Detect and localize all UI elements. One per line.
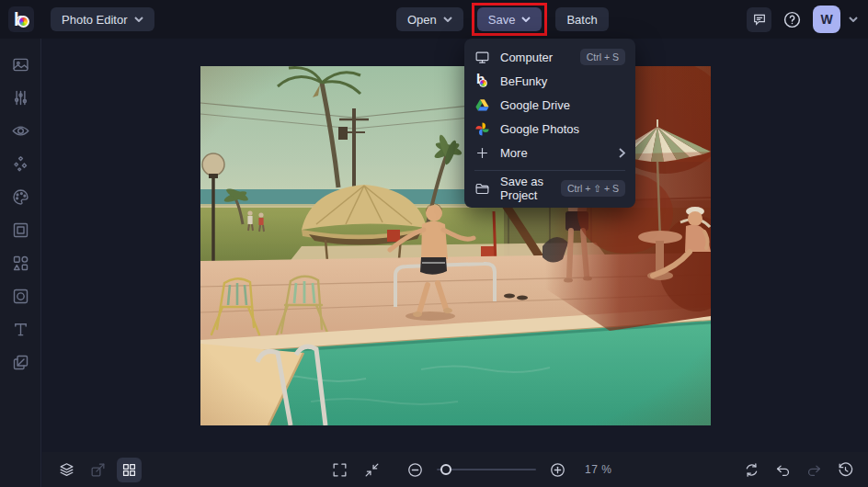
layers-duo-icon: [11, 353, 30, 372]
minus-circle-icon: [406, 461, 424, 479]
menu-item-save-as-project[interactable]: Save as Project Ctrl + ⇧ + S: [464, 176, 635, 200]
menu-item-label: Google Photos: [500, 122, 579, 136]
artsy-tool-button[interactable]: [0, 180, 41, 213]
menu-divider: [474, 170, 625, 171]
image-manager-button[interactable]: [117, 458, 142, 482]
sparkles-icon: [11, 154, 30, 174]
fit-screen-button[interactable]: [360, 458, 384, 482]
folder-icon: [474, 181, 490, 197]
account-chevron-down-icon[interactable]: [849, 17, 858, 22]
befunky-logo[interactable]: b: [8, 6, 34, 32]
history-button[interactable]: [833, 458, 858, 482]
sync-icon: [743, 461, 760, 479]
menu-item-label: BeFunky: [500, 74, 547, 88]
save-dropdown-menu: Computer Ctrl + S b BeFunky Google Drive…: [464, 39, 635, 208]
comment-icon: [752, 12, 767, 27]
zoom-slider[interactable]: [437, 464, 536, 475]
menu-item-label: More: [500, 146, 528, 160]
chevron-down-icon: [521, 17, 531, 22]
zoom-slider-track[interactable]: [437, 469, 536, 470]
plus-icon: [474, 145, 490, 161]
layers-stack-icon: [58, 461, 75, 479]
zoom-out-button[interactable]: [403, 458, 428, 482]
app-mode-label: Photo Editor: [62, 13, 128, 27]
menu-item-befunky[interactable]: b BeFunky: [464, 69, 635, 93]
layers-button[interactable]: [54, 458, 79, 482]
avatar-initial: W: [820, 12, 832, 27]
fullscreen-icon: [331, 461, 348, 479]
menu-item-label: Google Drive: [500, 98, 570, 112]
text-tool-button[interactable]: [0, 312, 41, 345]
statusbar: 17 %: [42, 452, 868, 487]
app-mode-menu[interactable]: Photo Editor: [51, 7, 154, 31]
menu-item-label: Save as Project: [500, 175, 551, 202]
zoom-in-button[interactable]: [545, 458, 570, 482]
help-button[interactable]: [780, 7, 805, 32]
zoom-slider-handle[interactable]: [440, 464, 451, 475]
frame-icon: [11, 221, 30, 240]
tools-sidebar: [0, 39, 41, 487]
question-icon: [782, 10, 802, 29]
adjust-tool-button[interactable]: [0, 81, 41, 114]
batch-button[interactable]: Batch: [555, 7, 608, 31]
effects-tool-button[interactable]: [0, 147, 41, 180]
undo-icon: [774, 461, 792, 479]
graphics-tool-button[interactable]: [0, 246, 41, 279]
topbar-right: W: [747, 6, 858, 33]
menu-item-computer[interactable]: Computer Ctrl + S: [464, 45, 635, 69]
batch-label: Batch: [566, 13, 597, 27]
menu-item-google-drive[interactable]: Google Drive: [464, 93, 635, 117]
color-wheel-icon: [17, 16, 29, 28]
touchup-tool-button[interactable]: [0, 114, 41, 147]
overlay-icon: [11, 287, 30, 306]
resize-icon: [89, 461, 107, 479]
frames-tool-button[interactable]: [0, 213, 41, 246]
zoom-percentage: 17 %: [585, 463, 611, 476]
user-avatar[interactable]: W: [813, 6, 840, 33]
chevron-down-icon: [134, 17, 143, 22]
reset-button[interactable]: [739, 458, 764, 482]
shortcut-badge: Ctrl + S: [580, 49, 625, 65]
menu-item-google-photos[interactable]: Google Photos: [464, 117, 635, 141]
menu-item-more[interactable]: More: [464, 141, 635, 164]
open-button[interactable]: Open: [396, 7, 463, 31]
textures-tool-button[interactable]: [0, 345, 41, 379]
undo-button[interactable]: [771, 458, 795, 482]
chevron-right-icon: [619, 148, 625, 158]
sliders-icon: [11, 88, 30, 108]
chevron-down-icon: [443, 17, 452, 22]
topbar: b Photo Editor Open Save Batch: [0, 0, 868, 39]
text-icon: [11, 320, 30, 339]
befunky-icon: b: [474, 74, 490, 89]
history-clock-icon: [837, 461, 854, 479]
save-button[interactable]: Save: [477, 7, 542, 31]
open-label: Open: [407, 13, 437, 27]
fit-screen-icon: [363, 461, 381, 479]
save-label: Save: [488, 13, 516, 27]
fullscreen-button[interactable]: [327, 458, 352, 482]
feedback-button[interactable]: [747, 7, 771, 32]
shortcut-badge: Ctrl + ⇧ + S: [561, 180, 625, 197]
grid-icon: [120, 461, 138, 479]
google-drive-icon: [474, 97, 490, 113]
computer-icon: [474, 50, 490, 65]
menu-item-label: Computer: [500, 51, 553, 64]
eye-icon: [11, 121, 30, 141]
overlays-tool-button[interactable]: [0, 279, 41, 312]
plus-circle-icon: [549, 461, 566, 479]
palette-icon: [11, 187, 30, 207]
resize-button[interactable]: [86, 458, 110, 482]
shapes-icon: [11, 254, 30, 273]
redo-icon: [805, 461, 823, 479]
edit-tool-button[interactable]: [0, 48, 41, 81]
google-photos-icon: [474, 121, 490, 137]
topbar-center: Open Save Batch: [396, 7, 609, 31]
image-icon: [11, 55, 30, 74]
redo-button[interactable]: [802, 458, 827, 482]
